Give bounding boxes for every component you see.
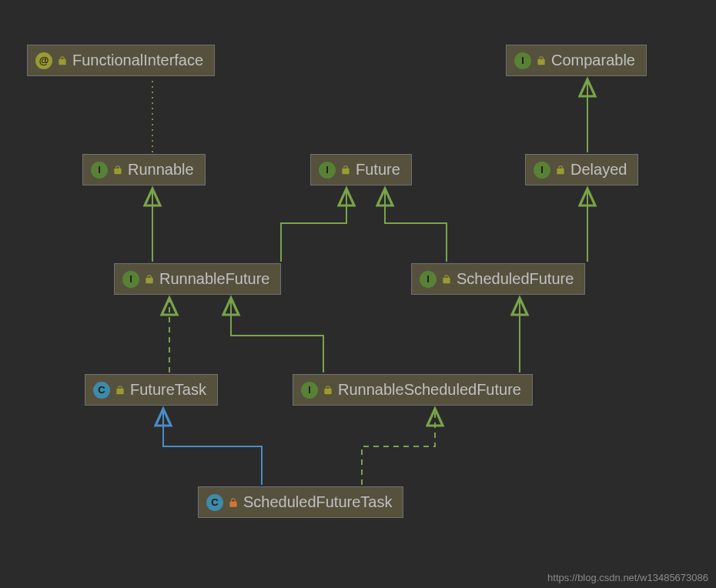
node-comparable[interactable]: I Comparable — [506, 45, 647, 76]
interface-icon: I — [514, 52, 531, 69]
node-scheduled-future[interactable]: I ScheduledFuture — [411, 263, 585, 295]
lock-open-icon — [115, 385, 125, 396]
node-label: ScheduledFutureTask — [243, 493, 392, 511]
lock-open-icon — [340, 165, 351, 175]
node-functional-interface[interactable]: @ FunctionalInterface — [27, 45, 215, 76]
lock-open-icon — [536, 55, 547, 66]
node-label: ScheduledFuture — [457, 270, 574, 288]
node-label: Future — [356, 161, 400, 179]
interface-icon: I — [534, 162, 550, 179]
node-label: FutureTask — [130, 381, 206, 399]
lock-open-icon — [555, 165, 566, 175]
node-future[interactable]: I Future — [310, 154, 412, 185]
annotation-icon: @ — [35, 52, 52, 69]
node-label: RunnableScheduledFuture — [338, 381, 521, 399]
lock-open-icon — [57, 55, 68, 66]
node-future-task[interactable]: C FutureTask — [85, 374, 218, 406]
lock-open-icon — [144, 274, 155, 285]
node-runnable[interactable]: I Runnable — [82, 154, 206, 185]
interface-icon: I — [91, 162, 108, 179]
node-delayed[interactable]: I Delayed — [525, 154, 638, 185]
node-label: Comparable — [551, 52, 635, 69]
interface-icon: I — [420, 271, 437, 288]
node-label: FunctionalInterface — [72, 52, 203, 69]
node-label: RunnableFuture — [159, 270, 269, 288]
node-label: Runnable — [128, 161, 194, 179]
node-runnable-scheduled-future[interactable]: I RunnableScheduledFuture — [293, 374, 533, 406]
interface-icon: I — [122, 271, 139, 288]
node-runnable-future[interactable]: I RunnableFuture — [114, 263, 281, 295]
lock-open-icon — [112, 165, 123, 175]
node-scheduled-future-task[interactable]: C ScheduledFutureTask — [198, 486, 403, 518]
class-icon: C — [206, 494, 223, 511]
node-label: Delayed — [570, 161, 627, 179]
lock-open-icon — [323, 385, 333, 396]
lock-closed-icon — [228, 497, 239, 508]
interface-icon: I — [319, 162, 336, 179]
interface-icon: I — [301, 382, 318, 399]
class-icon: C — [93, 382, 110, 399]
lock-open-icon — [441, 274, 452, 285]
